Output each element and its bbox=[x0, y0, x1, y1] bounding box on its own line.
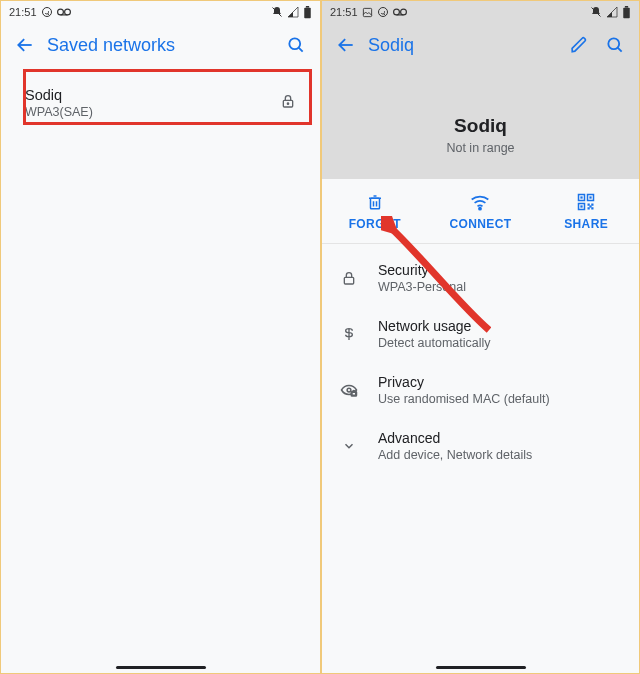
voicemail-icon bbox=[393, 7, 407, 17]
search-button[interactable] bbox=[597, 27, 633, 63]
eye-lock-icon bbox=[338, 382, 360, 398]
battery-icon bbox=[303, 6, 312, 19]
svg-rect-32 bbox=[581, 196, 583, 198]
svg-point-13 bbox=[378, 8, 387, 17]
detail-privacy[interactable]: Privacy Use randomised MAC (default) bbox=[322, 362, 639, 418]
appbar: Saved networks bbox=[1, 23, 320, 67]
svg-rect-33 bbox=[590, 196, 592, 198]
screen-saved-networks: 21:51 Saved networks bbox=[1, 1, 320, 673]
detail-label: Security bbox=[378, 262, 466, 278]
nav-handle[interactable] bbox=[1, 666, 320, 670]
detail-label: Network usage bbox=[378, 318, 491, 334]
detail-security[interactable]: Security WPA3-Personal bbox=[322, 250, 639, 306]
detail-value: WPA3-Personal bbox=[378, 280, 466, 294]
search-button[interactable] bbox=[278, 27, 314, 63]
svg-point-21 bbox=[608, 38, 619, 49]
page-title: Saved networks bbox=[43, 35, 278, 56]
whatsapp-icon bbox=[377, 6, 389, 18]
svg-rect-23 bbox=[370, 198, 379, 209]
qr-icon bbox=[577, 193, 595, 211]
network-detail: WPA3(SAE) bbox=[25, 105, 280, 119]
svg-rect-6 bbox=[306, 6, 309, 8]
svg-point-14 bbox=[393, 9, 399, 15]
nav-handle[interactable] bbox=[322, 666, 639, 670]
share-button[interactable]: SHARE bbox=[546, 193, 626, 231]
statusbar: 21:51 bbox=[322, 1, 639, 23]
action-row: FORGET CONNECT SHARE bbox=[322, 179, 639, 244]
notifications-off-icon bbox=[590, 6, 602, 18]
detail-list: Security WPA3-Personal Network usage Det… bbox=[322, 244, 639, 480]
status-time: 21:51 bbox=[9, 6, 37, 18]
network-name: Sodiq bbox=[332, 115, 629, 137]
network-status: Not in range bbox=[332, 141, 629, 155]
statusbar: 21:51 bbox=[1, 1, 320, 23]
svg-point-8 bbox=[289, 38, 300, 49]
detail-value: Use randomised MAC (default) bbox=[378, 392, 550, 406]
dollar-icon bbox=[338, 326, 360, 342]
forget-label: FORGET bbox=[349, 217, 401, 231]
connect-button[interactable]: CONNECT bbox=[440, 193, 520, 231]
detail-value: Detect automatically bbox=[378, 336, 491, 350]
detail-value: Add device, Network details bbox=[378, 448, 532, 462]
wifi-icon bbox=[470, 193, 490, 211]
detail-label: Advanced bbox=[378, 430, 532, 446]
detail-advanced[interactable]: Advanced Add device, Network details bbox=[322, 418, 639, 474]
chevron-down-icon bbox=[338, 439, 360, 453]
back-button[interactable] bbox=[328, 27, 364, 63]
svg-line-9 bbox=[299, 48, 303, 52]
connect-label: CONNECT bbox=[449, 217, 511, 231]
delete-icon bbox=[366, 193, 384, 211]
lock-icon bbox=[280, 93, 296, 113]
signal-icon bbox=[606, 6, 618, 18]
svg-point-28 bbox=[479, 208, 481, 210]
appbar: Sodiq bbox=[322, 23, 639, 67]
network-name: Sodiq bbox=[25, 87, 280, 103]
network-list: Sodiq WPA3(SAE) bbox=[1, 67, 320, 131]
network-hero: Sodiq Not in range bbox=[322, 67, 639, 179]
svg-rect-19 bbox=[625, 6, 628, 8]
svg-point-1 bbox=[57, 9, 63, 15]
screenshot-icon bbox=[362, 7, 373, 18]
svg-rect-34 bbox=[581, 205, 583, 207]
lock-icon bbox=[338, 270, 360, 286]
screen-network-detail: 21:51 Sodiq bbox=[320, 1, 639, 673]
svg-rect-39 bbox=[590, 205, 592, 207]
voicemail-icon bbox=[57, 7, 71, 17]
svg-rect-40 bbox=[344, 277, 353, 284]
svg-rect-18 bbox=[623, 7, 630, 18]
svg-point-11 bbox=[287, 103, 288, 104]
edit-button[interactable] bbox=[561, 27, 597, 63]
network-item[interactable]: Sodiq WPA3(SAE) bbox=[9, 75, 312, 131]
signal-icon bbox=[287, 6, 299, 18]
share-label: SHARE bbox=[564, 217, 608, 231]
svg-point-0 bbox=[42, 8, 51, 17]
svg-line-22 bbox=[618, 48, 622, 52]
notifications-off-icon bbox=[271, 6, 283, 18]
whatsapp-icon bbox=[41, 6, 53, 18]
svg-point-41 bbox=[347, 388, 351, 392]
page-title: Sodiq bbox=[364, 35, 561, 56]
detail-label: Privacy bbox=[378, 374, 550, 390]
status-time: 21:51 bbox=[330, 6, 358, 18]
forget-button[interactable]: FORGET bbox=[335, 193, 415, 231]
svg-point-2 bbox=[64, 9, 70, 15]
battery-icon bbox=[622, 6, 631, 19]
back-button[interactable] bbox=[7, 27, 43, 63]
svg-point-15 bbox=[400, 9, 406, 15]
detail-network-usage[interactable]: Network usage Detect automatically bbox=[322, 306, 639, 362]
svg-rect-5 bbox=[304, 7, 311, 18]
